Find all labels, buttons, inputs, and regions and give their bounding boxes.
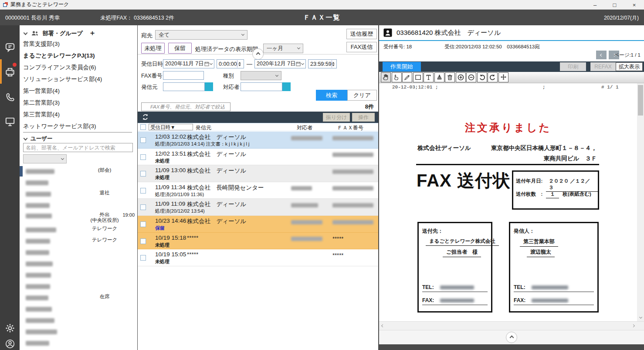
user-row[interactable] xyxy=(20,269,137,281)
user-row[interactable]: テレワーク xyxy=(20,224,137,235)
user-search-input[interactable] xyxy=(23,143,133,152)
user-row[interactable]: (部会) xyxy=(20,166,137,177)
rotate-right-button[interactable] xyxy=(488,72,498,82)
unprocessed-filter-button[interactable]: 未処理 xyxy=(141,43,165,54)
handler-lookup-button[interactable] xyxy=(282,82,291,91)
user-row[interactable] xyxy=(20,337,137,349)
nav-phone[interactable] xyxy=(0,87,20,107)
collapse-preview-button[interactable] xyxy=(506,332,517,343)
group-item[interactable]: 営業支援部(3) xyxy=(23,38,132,50)
spinner[interactable] xyxy=(237,60,242,68)
date-to-picker[interactable]: 2020年12月 7日 xyxy=(254,59,306,68)
pan-tool-button[interactable] xyxy=(381,72,391,82)
date-from-picker[interactable]: 2020年11月 7日 xyxy=(163,59,214,68)
nav-account[interactable] xyxy=(0,334,20,350)
nav-remote-desktop[interactable] xyxy=(0,112,20,132)
refax-button[interactable]: REFAX xyxy=(590,62,616,71)
print-button[interactable]: 印刷 xyxy=(560,62,586,71)
time-from-stepper[interactable]: 0:00:00 xyxy=(217,59,244,68)
select-all-checkbox[interactable] xyxy=(140,124,146,130)
delete-tool-button[interactable] xyxy=(445,72,455,82)
user-row[interactable] xyxy=(20,200,137,211)
faxno-input[interactable] xyxy=(163,71,204,80)
zoom-out-button[interactable] xyxy=(466,72,476,82)
scroll-right-arrow[interactable] xyxy=(632,324,635,327)
fax-row[interactable]: 12/02 13:51 株式会社 ディーソル 未処理 xyxy=(138,149,378,166)
start-work-button[interactable]: 作業開始 xyxy=(383,62,421,71)
group-item[interactable]: 第三営業部(4) xyxy=(23,109,132,120)
clear-button[interactable]: クリア xyxy=(347,90,377,101)
refresh-icon[interactable] xyxy=(141,113,149,121)
row-checkbox[interactable] xyxy=(140,204,146,210)
user-row[interactable] xyxy=(20,326,137,337)
row-checkbox[interactable] xyxy=(140,238,146,244)
group-item[interactable]: コンプライアンス委員会(6) xyxy=(23,62,132,73)
fax-row[interactable]: 10/23 14:46 株式会社 ディーソル 保留 xyxy=(138,216,378,233)
user-row[interactable]: 在席 xyxy=(20,292,137,303)
maximize-button[interactable]: □ xyxy=(605,0,624,10)
row-checkbox[interactable] xyxy=(140,188,146,194)
group-item[interactable]: まるごとテレワークPJ(13) xyxy=(23,50,132,61)
doc-horizontal-scrollbar[interactable] xyxy=(379,321,644,330)
group-item[interactable]: 第二営業部(3) xyxy=(23,97,132,109)
nav-fax[interactable] xyxy=(0,62,20,82)
send-history-button[interactable]: 送信履歴 xyxy=(346,29,377,39)
scroll-left-arrow[interactable] xyxy=(381,324,384,327)
fax-row[interactable]: 11/09 11:09 株式会社 ディーソル 処理済(20/12/02 13:5… xyxy=(138,199,378,216)
prev-page-button[interactable] xyxy=(596,51,607,59)
minimize-button[interactable]: – xyxy=(585,0,605,10)
collapse-filters-button[interactable] xyxy=(252,48,264,60)
fax-row[interactable]: 10/19 15:18 ***** ***** 未処理 xyxy=(138,233,378,250)
fax-send-button[interactable]: FAX送信 xyxy=(346,42,377,52)
spinner[interactable] xyxy=(332,60,335,68)
user-row[interactable] xyxy=(20,281,137,292)
type-select[interactable] xyxy=(241,71,281,80)
groups-collapse-chevron[interactable] xyxy=(24,31,28,35)
add-group-button[interactable]: ＋ xyxy=(89,29,96,38)
user-row[interactable]: テレワーク xyxy=(20,235,137,247)
user-filter-dropdown[interactable] xyxy=(23,154,67,163)
handler-input[interactable] xyxy=(241,82,282,91)
users-collapse-chevron[interactable] xyxy=(24,136,28,140)
operate-button[interactable]: 操作 xyxy=(352,113,375,122)
scroll-down-button[interactable] xyxy=(637,314,644,321)
period-select[interactable]: 一ヶ月 xyxy=(263,44,303,53)
user-row[interactable] xyxy=(20,303,137,315)
zoom-in-button[interactable] xyxy=(456,72,466,82)
move-tool-button[interactable] xyxy=(498,72,508,82)
group-item[interactable]: ネットワークサービス部(3) xyxy=(23,121,132,132)
fax-row[interactable]: 12/03 12:02 株式会社 ディーソル 処理済(20/12/03 14:1… xyxy=(138,132,378,149)
user-row[interactable] xyxy=(20,315,137,326)
fax-row[interactable]: 10/19 15:05 ***** ***** 未処理 xyxy=(138,249,378,266)
zoom-view-button[interactable]: 拡大表示 xyxy=(616,62,643,71)
group-item[interactable]: ソリューションサービス部(4) xyxy=(23,74,132,85)
sort-column-time[interactable]: 受信日時▼ xyxy=(149,124,193,130)
dest-select[interactable]: 全て xyxy=(155,30,247,40)
user-row[interactable] xyxy=(20,258,137,269)
search-button[interactable]: 検索 xyxy=(316,90,347,101)
time-to-stepper[interactable]: 23:59:59 xyxy=(308,59,337,68)
list-filter-input[interactable] xyxy=(141,102,230,111)
text-tool-button[interactable] xyxy=(424,72,434,82)
sender-input[interactable] xyxy=(163,82,205,91)
doc-vertical-scrollbar[interactable] xyxy=(637,83,644,321)
fax-row[interactable]: 11/09 11:34 株式会社 長崎開発センター 処理済(20/11/09 1… xyxy=(138,182,378,199)
row-checkbox[interactable] xyxy=(140,154,146,160)
nav-chat[interactable] xyxy=(0,37,20,58)
sender-lookup-button[interactable] xyxy=(205,82,213,91)
col-handler[interactable]: 対応者 xyxy=(297,124,312,132)
row-checkbox[interactable] xyxy=(140,255,146,261)
pen-tool-button[interactable] xyxy=(402,72,412,82)
user-row[interactable] xyxy=(20,177,137,188)
row-checkbox[interactable] xyxy=(140,221,146,227)
col-sender[interactable]: 発信元 xyxy=(196,124,211,132)
scrollbar-thumb[interactable] xyxy=(638,85,643,116)
col-fax[interactable]: ＦＡＸ番号 xyxy=(337,124,363,132)
row-checkbox[interactable] xyxy=(140,171,146,177)
user-row[interactable]: 外出(中央区役所)19:00 xyxy=(20,210,137,224)
close-button[interactable]: × xyxy=(624,0,644,10)
stamp-tool-button[interactable] xyxy=(434,72,444,82)
row-checkbox[interactable] xyxy=(140,137,146,143)
fax-document[interactable]: 20-12-03;12:01 ; ; # 1/ 1 注文承りました 株式会社ディ… xyxy=(379,83,637,321)
rotate-left-button[interactable] xyxy=(477,72,487,82)
